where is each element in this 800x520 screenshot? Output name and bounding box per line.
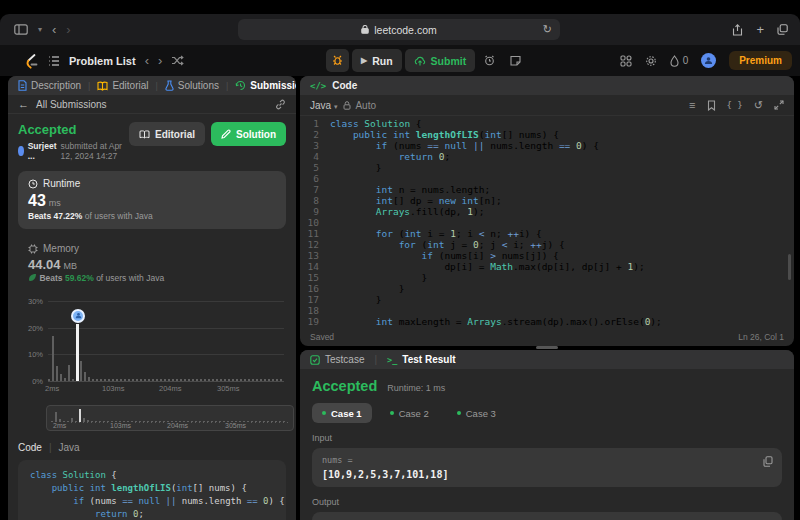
histogram-bar[interactable] [204,379,206,381]
histogram-bar[interactable] [164,379,166,381]
tab-submissions[interactable]: Submissions [235,80,296,91]
histogram-bar[interactable] [260,379,262,381]
histogram-bar[interactable] [236,379,238,381]
tab-test-result[interactable]: >_ Test Result [387,354,455,365]
code-line[interactable]: 6 [300,173,794,184]
histogram-bar[interactable] [80,361,82,381]
back-icon[interactable]: ‹ [52,23,56,36]
back-arrow-icon[interactable]: ← [18,98,29,110]
layout-grid-icon[interactable] [620,55,632,67]
case-tab-2[interactable]: Case 2 [380,403,439,423]
histogram-bar[interactable] [172,379,174,381]
code-line[interactable]: 5 } [300,162,794,173]
histogram-bar[interactable] [140,379,142,381]
histogram-bar[interactable] [56,366,58,381]
case-tab-1[interactable]: Case 1 [312,403,372,423]
leetcode-logo-icon[interactable] [24,53,39,69]
sidebar-icon[interactable] [14,24,28,35]
gear-icon[interactable] [645,55,657,67]
histogram-bar[interactable] [176,379,178,381]
histogram-bar[interactable] [84,372,86,381]
prev-problem-icon[interactable]: ‹ [145,53,149,68]
submitted-code-preview[interactable]: class Solution { public int lengthOfLIS(… [18,460,286,520]
histogram-bar[interactable] [272,379,274,381]
code-line[interactable]: 10 [300,217,794,228]
language-selector[interactable]: Java ▾ [310,100,337,111]
histogram-bar[interactable] [248,379,250,381]
histogram-bar[interactable] [92,379,94,381]
histogram-bar[interactable] [196,379,198,381]
histogram-bar[interactable] [68,365,70,381]
histogram-bar[interactable] [116,379,118,381]
memory-card[interactable]: Memory 44.04MB Beats 59.62% of users wit… [18,239,286,287]
chart-minimap[interactable]: 2ms103ms204ms305ms [46,405,294,431]
code-line[interactable]: 9 Arrays.fill(dp, 1); [300,206,794,217]
auto-toggle[interactable]: Auto [343,100,376,111]
avatar[interactable] [701,53,716,68]
histogram-bar[interactable] [100,379,102,381]
histogram-bar[interactable] [52,336,54,381]
histogram-bar[interactable] [276,379,278,381]
selected-runtime-bar[interactable] [76,324,79,381]
histogram-bar[interactable] [264,379,266,381]
histogram-bar[interactable] [120,379,122,381]
histogram-bar[interactable] [252,379,254,381]
code-line[interactable]: 13 if (nums[i] > nums[j]) { [300,250,794,261]
histogram-bar[interactable] [188,379,190,381]
refresh-icon[interactable]: ↻ [543,23,552,36]
all-submissions-bar[interactable]: ← All Submissions [8,95,296,114]
histogram-bar[interactable] [228,379,230,381]
code-line[interactable]: 17 } [300,294,794,305]
histogram-bar[interactable] [60,374,62,381]
code-line[interactable]: 18 [300,305,794,316]
tab-description[interactable]: Description [18,80,81,91]
histogram-bar[interactable] [268,379,270,381]
histogram-bar[interactable] [240,379,242,381]
histogram-bar[interactable] [72,379,74,381]
histogram-bar[interactable] [148,379,150,381]
code-line[interactable]: 19 int maxLength = Arrays.stream(dp).max… [300,316,794,327]
code-editor[interactable]: 1class Solution {2 public int lengthOfLI… [300,116,794,327]
histogram-bar[interactable] [152,379,154,381]
format-icon[interactable]: ≡ [689,99,695,111]
sidebar-chevron-icon[interactable]: ▾ [38,26,42,34]
code-line[interactable]: 14 dp[i] = Math.max(dp[i], dp[j] + 1); [300,261,794,272]
histogram-bar[interactable] [112,379,114,381]
forward-icon[interactable]: › [66,23,70,36]
histogram-bar[interactable] [208,379,210,381]
code-line[interactable]: 8 int[] dp = new int[n]; [300,195,794,206]
histogram-bar[interactable] [132,379,134,381]
output-box[interactable]: 4 [312,512,782,520]
tab-solutions[interactable]: Solutions [165,80,219,91]
braces-icon[interactable]: { } [727,100,743,110]
histogram-bar[interactable] [156,379,158,381]
fullscreen-icon[interactable] [774,100,784,110]
user-position-marker[interactable] [71,309,85,323]
share-icon[interactable] [732,24,743,36]
panel-resize-handle[interactable] [536,346,558,349]
debug-icon[interactable] [326,49,349,72]
histogram-bar[interactable] [128,379,130,381]
code-line[interactable]: 16 } [300,283,794,294]
histogram-bar[interactable] [216,379,218,381]
code-line[interactable]: 11 for (int i = 1; i < n; ++i) { [300,228,794,239]
histogram-bar[interactable] [184,379,186,381]
runtime-card[interactable]: Runtime 43ms Beats 47.22% of users with … [18,171,286,229]
editor-scrollbar[interactable] [788,254,791,280]
histogram-bar[interactable] [104,379,106,381]
histogram-bar[interactable] [136,379,138,381]
histogram-bar[interactable] [280,379,282,381]
bookmark-icon[interactable] [707,100,716,111]
histogram-bar[interactable] [212,379,214,381]
histogram-bar[interactable] [200,379,202,381]
histogram-bar[interactable] [108,379,110,381]
tab-testcase[interactable]: Testcase [310,354,364,365]
histogram-bar[interactable] [256,379,258,381]
streak-counter[interactable]: 0 [670,55,689,67]
case-tab-3[interactable]: Case 3 [447,403,506,423]
histogram-bar[interactable] [96,379,98,381]
problem-list-label[interactable]: Problem List [69,55,136,67]
timer-icon[interactable] [478,49,501,72]
histogram-bar[interactable] [168,379,170,381]
histogram-bar[interactable] [232,379,234,381]
